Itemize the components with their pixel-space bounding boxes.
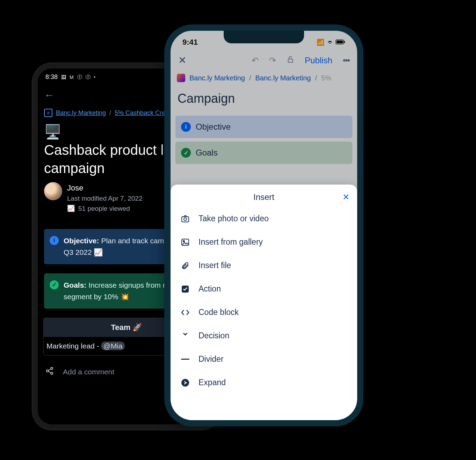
last-modified: Last modified Apr 7, 2022 [67, 194, 142, 204]
insert-option-label: Take photo or video [199, 214, 269, 223]
page-icon: ≡ [44, 109, 52, 117]
insert-option-label: Expand [199, 378, 226, 387]
camera-icon [180, 215, 190, 223]
undo-icon[interactable]: ↶ [252, 56, 259, 65]
objective-panel[interactable]: i Objective [175, 116, 352, 138]
page-title[interactable]: Campaign [171, 86, 357, 112]
insert-option-label: Action [199, 284, 221, 294]
objective-label: Objective: [64, 237, 99, 245]
goals-label: Goals [196, 148, 218, 158]
space-avatar-icon[interactable] [177, 74, 185, 82]
cellular-icon: 📶 [317, 38, 324, 46]
insert-option-label: Insert file [199, 261, 231, 270]
image-icon [180, 238, 190, 246]
breadcrumb-separator: / [315, 74, 317, 82]
status-time: 8:38 [45, 73, 58, 81]
svg-point-14 [183, 240, 185, 242]
checkbox-icon [180, 285, 190, 293]
info-icon: i [50, 236, 59, 245]
code-icon [180, 309, 190, 316]
editor-toolbar: ✕ ↶ ↷ Publish ••• [171, 48, 357, 70]
goals-label: Goals: [64, 281, 86, 289]
insert-sheet: Insert ✕ Take photo or video Insert from… [171, 185, 357, 420]
svg-point-17 [181, 379, 189, 387]
sheet-title: Insert [253, 192, 274, 202]
divider-icon [180, 359, 190, 360]
iphone-frame: 9:41 📶 ✕ ↶ ↷ Publish ••• Banc.ly Marketi… [164, 24, 363, 426]
svg-rect-8 [337, 41, 343, 43]
insert-option-file[interactable]: Insert file [171, 254, 357, 277]
back-arrow-icon[interactable]: ← [44, 89, 55, 101]
user-mention[interactable]: @Mia [101, 342, 124, 350]
info-icon: i [181, 122, 191, 132]
sheet-header: Insert ✕ [171, 185, 357, 207]
svg-point-3 [46, 370, 49, 372]
decision-icon [180, 332, 190, 340]
insert-option-gallery[interactable]: Insert from gallery [171, 230, 357, 254]
svg-rect-9 [344, 41, 345, 43]
publish-button[interactable]: Publish [305, 56, 332, 65]
facebook-icon: ⓕ [86, 74, 91, 80]
svg-line-6 [49, 372, 51, 373]
insert-option-expand[interactable]: Expand [171, 371, 357, 394]
breadcrumb-truncated[interactable]: 5% [321, 74, 331, 82]
facebook-icon: ⓕ [77, 74, 82, 80]
svg-line-5 [49, 369, 51, 371]
image-icon: 🖼 [61, 74, 66, 80]
check-circle-icon: ✓ [181, 148, 191, 158]
analytics-icon: 📈 [67, 204, 75, 213]
insert-option-label: Code block [199, 308, 239, 317]
status-bar: 9:41 📶 [171, 31, 357, 48]
svg-point-12 [184, 218, 187, 221]
breadcrumb: Banc.ly Marketing / Banc.ly Marketing / … [171, 70, 357, 86]
gmail-icon: M [70, 74, 74, 80]
attachment-icon [180, 261, 190, 270]
view-count: 51 people viewed [78, 204, 130, 214]
expand-icon [180, 379, 190, 387]
battery-icon [336, 39, 345, 46]
wifi-icon [326, 39, 333, 46]
notification-dot-icon: • [94, 75, 95, 80]
insert-option-decision[interactable]: Decision [171, 324, 357, 347]
breadcrumb-separator: / [109, 109, 111, 117]
close-icon[interactable]: ✕ [342, 192, 349, 202]
unlock-icon[interactable] [287, 56, 294, 65]
svg-rect-16 [181, 359, 189, 360]
insert-option-label: Divider [199, 354, 224, 364]
insert-option-label: Decision [199, 331, 229, 340]
check-circle-icon: ✓ [50, 280, 59, 289]
share-icon[interactable] [45, 367, 54, 377]
close-icon[interactable]: ✕ [178, 55, 186, 66]
goals-panel[interactable]: ✓ Goals [175, 142, 352, 164]
breadcrumb-space[interactable]: Banc.ly Marketing [56, 109, 106, 117]
author-name: Jose [67, 182, 142, 194]
breadcrumb-parent[interactable]: Banc.ly Marketing [255, 74, 311, 82]
more-icon[interactable]: ••• [343, 56, 349, 65]
insert-option-label: Insert from gallery [199, 237, 263, 247]
redo-icon[interactable]: ↷ [269, 56, 276, 65]
svg-point-2 [51, 367, 53, 369]
side-button [357, 150, 359, 181]
team-row-label: Marketing lead - [46, 342, 101, 350]
objective-label: Objective [196, 122, 231, 132]
insert-option-divider[interactable]: Divider [171, 347, 357, 371]
breadcrumb-page[interactable]: 5% Cashback Credit [115, 109, 172, 117]
insert-option-action[interactable]: Action [171, 277, 357, 301]
author-avatar[interactable] [44, 182, 62, 200]
monitor-emoji-icon: 🖥️ [44, 123, 62, 141]
add-comment-input[interactable]: Add a comment [63, 368, 114, 376]
status-time: 9:41 [182, 38, 198, 47]
insert-option-code[interactable]: Code block [171, 301, 357, 324]
svg-rect-10 [288, 59, 293, 62]
byline-text: Jose Last modified Apr 7, 2022 📈 51 peop… [67, 182, 142, 214]
breadcrumb-space[interactable]: Banc.ly Marketing [189, 74, 245, 82]
insert-option-take-photo[interactable]: Take photo or video [171, 207, 357, 230]
svg-point-4 [51, 372, 53, 374]
breadcrumb-separator: / [249, 74, 251, 82]
